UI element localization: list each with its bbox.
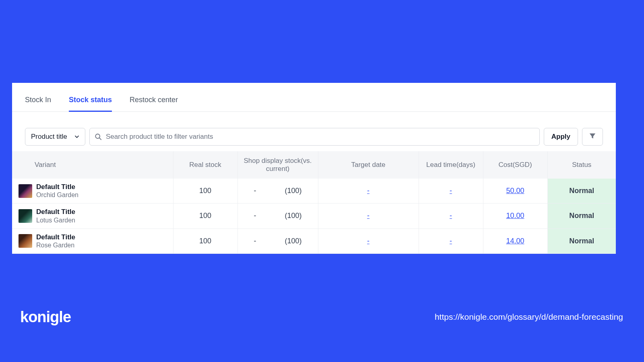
display-stock-cell: - (100)	[237, 179, 318, 204]
funnel-icon	[589, 132, 596, 141]
target-date-cell: -	[318, 179, 419, 204]
display-stock-cell: - (100)	[237, 228, 318, 253]
variant-title: Default Title	[36, 183, 78, 191]
table-header-row: Variant Real stock Shop display stock(vs…	[12, 151, 616, 179]
variant-subtitle: Orchid Garden	[36, 191, 78, 199]
lead-time-link[interactable]: -	[450, 187, 452, 195]
lead-time-cell: -	[419, 228, 483, 253]
target-date-link[interactable]: -	[367, 187, 369, 195]
real-stock-value: 100	[173, 228, 237, 253]
stock-panel: Stock In Stock status Restock center Pro…	[12, 83, 616, 254]
table-row: Default Title Rose Garden 100 - (100) - …	[12, 228, 616, 253]
table-row: Default Title Lotus Garden 100 - (100) -…	[12, 204, 616, 228]
display-stock-cell: - (100)	[237, 204, 318, 228]
cost-link[interactable]: 50.00	[506, 187, 524, 195]
variant-subtitle: Rose Garden	[36, 241, 75, 249]
apply-button[interactable]: Apply	[544, 128, 578, 146]
display-stock-right: (100)	[285, 237, 301, 245]
lead-time-cell: -	[419, 179, 483, 204]
status-badge: Normal	[547, 204, 616, 228]
lead-time-cell: -	[419, 204, 483, 228]
table-row: Default Title Orchid Garden 100 - (100) …	[12, 179, 616, 204]
stock-table: Variant Real stock Shop display stock(vs…	[12, 151, 616, 254]
search-container	[89, 128, 540, 146]
col-status: Status	[547, 151, 616, 179]
target-date-cell: -	[318, 228, 419, 253]
display-stock-left: -	[254, 212, 256, 220]
product-thumbnail	[19, 184, 32, 198]
search-icon	[95, 133, 102, 140]
target-date-cell: -	[318, 204, 419, 228]
display-stock-right: (100)	[285, 212, 301, 220]
advanced-filter-button[interactable]	[582, 128, 603, 146]
tab-bar: Stock In Stock status Restock center	[12, 93, 616, 112]
col-cost: Cost(SGD)	[483, 151, 547, 179]
col-lead-time: Lead time(days)	[419, 151, 483, 179]
filter-field-label: Product title	[31, 133, 67, 141]
status-badge: Normal	[547, 228, 616, 253]
tab-stock-in[interactable]: Stock In	[25, 93, 51, 112]
tab-restock-center[interactable]: Restock center	[130, 93, 178, 112]
filter-field-select[interactable]: Product title	[25, 128, 85, 146]
col-display-stock: Shop display stock(vs. current)	[237, 151, 318, 179]
filter-toolbar: Product title Apply	[12, 112, 616, 151]
display-stock-right: (100)	[285, 187, 301, 195]
cost-cell: 14.00	[483, 228, 547, 253]
status-badge: Normal	[547, 179, 616, 204]
variant-cell: Default Title Lotus Garden	[12, 204, 173, 228]
chevron-down-icon	[74, 134, 79, 139]
brand-logo: konigle	[20, 309, 71, 326]
cost-link[interactable]: 14.00	[506, 237, 524, 245]
product-thumbnail	[19, 209, 32, 223]
product-thumbnail	[19, 234, 32, 248]
lead-time-link[interactable]: -	[450, 212, 452, 220]
lead-time-link[interactable]: -	[450, 237, 452, 245]
real-stock-value: 100	[173, 179, 237, 204]
cost-link[interactable]: 10.00	[506, 212, 524, 220]
variant-title: Default Title	[36, 208, 75, 216]
cost-cell: 10.00	[483, 204, 547, 228]
cost-cell: 50.00	[483, 179, 547, 204]
target-date-link[interactable]: -	[367, 237, 369, 245]
col-real-stock: Real stock	[173, 151, 237, 179]
tab-stock-status[interactable]: Stock status	[69, 93, 112, 112]
variant-subtitle: Lotus Garden	[36, 216, 75, 224]
display-stock-left: -	[254, 237, 256, 245]
real-stock-value: 100	[173, 204, 237, 228]
col-target-date: Target date	[318, 151, 419, 179]
search-input[interactable]	[106, 133, 535, 141]
col-variant: Variant	[12, 151, 173, 179]
variant-title: Default Title	[36, 233, 75, 241]
display-stock-left: -	[254, 187, 256, 195]
svg-line-1	[99, 138, 101, 140]
source-url: https://konigle.com/glossary/d/demand-fo…	[435, 312, 623, 322]
target-date-link[interactable]: -	[367, 212, 369, 220]
variant-cell: Default Title Orchid Garden	[12, 179, 173, 204]
variant-cell: Default Title Rose Garden	[12, 228, 173, 253]
